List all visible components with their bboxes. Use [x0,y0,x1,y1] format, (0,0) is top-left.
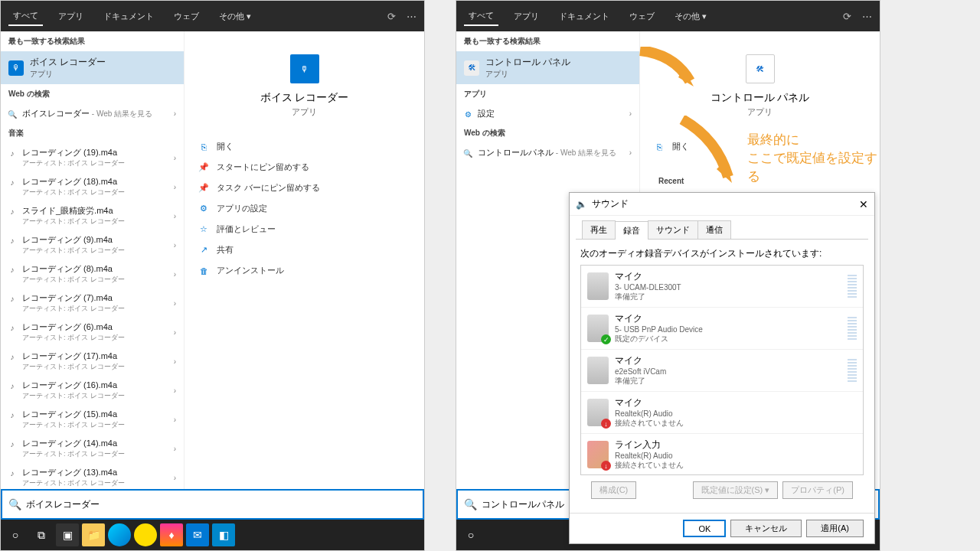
music-item[interactable]: ♪レコーディング (13).m4aアーティスト: ボイス レコーダー› [1,463,184,489]
tab-sounds[interactable]: サウンド [648,220,698,239]
audio-file-icon: ♪ [7,322,18,333]
web-search-header: Web の検索 [1,84,184,104]
chevron-right-icon: › [174,299,176,308]
taskbar-edge-icon[interactable] [108,523,131,546]
web-search-item[interactable]: 🔍 コントロールパネル - Web 結果を見る › [456,143,639,162]
tab-documents[interactable]: ドキュメント [99,8,158,25]
preview-action[interactable]: 📌タスク バーにピン留めする [195,178,413,198]
chevron-right-icon: › [174,328,176,337]
preview-action[interactable]: 🗑アンインストール [195,260,413,281]
taskbar-explorer-icon[interactable]: 📁 [82,523,105,546]
taskbar-taskview-icon[interactable]: ⧉ [30,523,53,546]
search-topbar: すべて アプリ ドキュメント ウェブ その他 ▾ ⟳ ⋯ [1,1,424,31]
more-icon[interactable]: ⋯ [407,11,416,22]
best-match-item[interactable]: 🛠 コントロール パネル アプリ [456,51,639,84]
device-row[interactable]: ↓マイクRealtek(R) Audio接続されていません [581,392,863,434]
music-item[interactable]: ♪レコーディング (6).m4aアーティスト: ボイス レコーダー› [1,318,184,347]
device-list[interactable]: マイク3- UCAM-DLE300T準備完了✓マイク5- USB PnP Aud… [580,265,864,475]
more-icon[interactable]: ⋯ [862,11,872,22]
music-item[interactable]: ♪レコーディング (18).m4aアーティスト: ボイス レコーダー› [1,172,184,201]
set-default-button[interactable]: 既定値に設定(S) ▾ [693,481,779,499]
microphone-icon [587,357,609,384]
tab-all[interactable]: すべて [8,7,43,26]
feedback-icon[interactable]: ⟳ [843,11,851,22]
taskbar-app-icon[interactable]: ▣ [56,523,79,546]
action-icon: ⎘ [198,142,209,152]
device-row[interactable]: ↓ライン入力Realtek(R) Audio接続されていません [581,434,863,475]
music-item[interactable]: ♪レコーディング (9).m4aアーティスト: ボイス レコーダー› [1,230,184,259]
tab-apps[interactable]: アプリ [54,8,88,25]
search-topbar: すべて アプリ ドキュメント ウェブ その他 ▾ ⟳ ⋯ [456,1,880,31]
tab-web[interactable]: ウェブ [625,8,659,25]
taskbar-flame-icon[interactable]: ♦ [160,523,183,546]
search-input-bar[interactable]: 🔍 [1,489,424,520]
tab-all[interactable]: すべて [464,7,498,26]
cancel-button[interactable]: キャンセル [730,520,802,537]
device-row[interactable]: マイクe2eSoft iVCam準備完了 [581,350,863,392]
taskbar-app2-icon[interactable]: ◧ [212,523,235,546]
apply-button[interactable]: 適用(A) [806,520,864,537]
tab-web[interactable]: ウェブ [169,8,204,25]
tab-playback[interactable]: 再生 [582,220,616,239]
feedback-icon[interactable]: ⟳ [387,11,396,22]
dialog-title: サウンド [592,197,629,210]
taskbar: ○ ⧉ ▣ 📁 ♦ ✉ ◧ [1,520,424,550]
device-row[interactable]: マイク3- UCAM-DLE300T準備完了 [581,266,863,308]
music-item[interactable]: ♪スライド_眼精疲労.m4aアーティスト: ボイス レコーダー› [1,201,184,230]
search-pane-voice-recorder: すべて アプリ ドキュメント ウェブ その他 ▾ ⟳ ⋯ 最も一致する検索結果 … [0,0,425,551]
level-meter [848,275,857,298]
tab-more[interactable]: その他 ▾ [670,8,711,25]
open-icon: ⎘ [654,142,665,152]
action-icon: ☆ [198,224,209,234]
web-search-header: Web の検索 [456,123,639,143]
open-action[interactable]: ⎘ 開く [651,136,869,157]
properties-button[interactable]: プロパティ(P) [782,481,853,499]
control-panel-hero-icon: 🛠 [746,54,775,83]
taskbar-cortana-icon[interactable]: ○ [4,523,27,546]
chevron-right-icon: › [174,386,176,395]
taskbar-yellow-icon[interactable] [134,523,157,546]
preview-action[interactable]: 📌スタートにピン留めする [195,157,413,178]
tab-recording[interactable]: 録音 [615,221,648,240]
tab-communications[interactable]: 通信 [697,220,731,239]
microphone-icon: ↓ [587,399,609,426]
music-item[interactable]: ♪レコーディング (15).m4aアーティスト: ボイス レコーダー› [1,405,184,434]
web-search-item[interactable]: 🔍 ボイスレコーダー - Web 結果を見る › [1,104,184,123]
search-input[interactable] [26,499,416,510]
music-item[interactable]: ♪レコーディング (7).m4aアーティスト: ボイス レコーダー› [1,289,184,318]
search-icon: 🔍 [8,498,21,510]
hero-subtitle: アプリ [195,106,413,118]
audio-file-icon: ♪ [7,409,18,420]
microphone-icon: ✓ [587,315,609,342]
audio-file-icon: ♪ [7,264,18,275]
tab-apps[interactable]: アプリ [509,8,544,25]
preview-action[interactable]: ↗共有 [195,240,413,260]
audio-file-icon: ♪ [7,380,18,391]
chevron-right-icon: › [629,109,632,118]
configure-button[interactable]: 構成(C) [591,481,636,499]
best-match-item[interactable]: 🎙 ボイス レコーダー アプリ [1,51,184,84]
preview-action[interactable]: ⚙アプリの設定 [195,198,413,219]
music-item[interactable]: ♪レコーディング (16).m4aアーティスト: ボイス レコーダー› [1,376,184,405]
chevron-right-icon: › [174,212,176,220]
ok-button[interactable]: OK [683,520,726,537]
chevron-right-icon: › [174,241,176,249]
tab-documents[interactable]: ドキュメント [554,8,614,25]
music-item[interactable]: ♪レコーディング (17).m4aアーティスト: ボイス レコーダー› [1,347,184,376]
settings-item[interactable]: ⚙ 設定 › [456,104,639,123]
device-row[interactable]: ✓マイク5- USB PnP Audio Device既定のデバイス [581,308,863,350]
sound-tabs: 再生 録音 サウンド 通信 [576,216,868,240]
tab-more[interactable]: その他 ▾ [214,8,256,25]
action-icon: 📌 [198,183,209,193]
music-item[interactable]: ♪レコーディング (19).m4aアーティスト: ボイス レコーダー› [1,143,184,172]
music-item[interactable]: ♪レコーディング (8).m4aアーティスト: ボイス レコーダー› [1,259,184,289]
music-item[interactable]: ♪レコーディング (14).m4aアーティスト: ボイス レコーダー› [1,434,184,463]
music-header: 音楽 [1,123,184,143]
close-icon[interactable]: ✕ [859,198,868,210]
preview-action[interactable]: ☆評価とレビュー [195,219,413,240]
taskbar-outlook-icon[interactable]: ✉ [186,523,209,546]
taskbar-cortana-icon[interactable]: ○ [459,523,482,546]
action-icon: ↗ [198,245,209,255]
hero-title: コントロール パネル [651,91,869,105]
preview-action[interactable]: ⎘開く [195,136,413,157]
